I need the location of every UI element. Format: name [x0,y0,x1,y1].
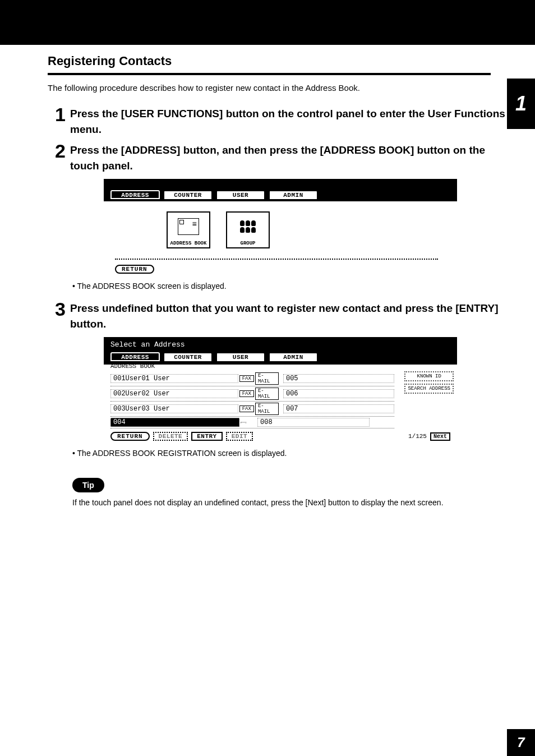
tab-admin[interactable]: ADMIN [269,190,318,199]
row-left: 003User03 User [110,404,238,413]
row-right: 005 [283,374,394,383]
tab-counter[interactable]: COUNTER [163,190,213,199]
section-title: Registering Contacts [48,54,507,68]
row-right: 008 [257,418,370,427]
page-counter: 1/125 [408,433,427,440]
panel2-side-actions: KNOWN ID SEARCH ADDRESS [404,371,454,394]
section-divider [48,73,491,75]
top-black-bar [0,0,535,45]
p2-tab-user[interactable]: USER [216,352,265,361]
group-button-label: GROUP [240,241,255,246]
return-button[interactable]: RETURN [115,265,154,274]
row-left: 004 [110,418,239,427]
address-list: 001User01 User FAX E-MAIL 005 002User02 … [104,371,401,428]
panel2-tab-bar: ADDRESS COUNTER USER ADMIN [104,352,457,361]
panel2-breadcrumb: ADDRESS BOOK [104,361,457,371]
step-3-number: 3 [48,299,70,319]
address-row-selected[interactable]: 004 008 [110,417,394,428]
tip-text: If the touch panel does not display an u… [72,498,507,507]
step-3: 3 Press undefined button that you want t… [48,301,507,331]
step-2-number: 2 [48,141,70,160]
row-email[interactable]: E-MAIL [255,388,279,400]
address-book-icon [168,213,209,241]
step-1-text: Press the [USER FUNCTIONS] button on the… [70,106,507,137]
step-3-text: Press undefined button that you want to … [70,301,507,331]
row-email[interactable]: E-MAIL [255,372,279,385]
row-right: 006 [283,389,394,398]
row-fax [241,422,246,423]
step-1: 1 Press the [USER FUNCTIONS] button on t… [48,106,507,137]
address-book-button[interactable]: ADDRESS BOOK [167,211,210,248]
tab-address[interactable]: ADDRESS [110,190,160,199]
step-2: 2 Press the [ADDRESS] button, and then p… [48,142,507,173]
p2-tab-address[interactable]: ADDRESS [110,352,160,361]
page-number: 7 [507,729,535,756]
panel1-tab-bar: ADDRESS COUNTER USER ADMIN [104,179,457,201]
content-area: Registering Contacts The following proce… [0,45,535,507]
address-book-button-label: ADDRESS BOOK [170,241,207,246]
address-row[interactable]: 002User02 User FAX E-MAIL 006 [110,386,394,402]
entry-button[interactable]: ENTRY [191,432,223,441]
p2-tab-admin[interactable]: ADMIN [269,352,318,361]
step-2-result-note: The ADDRESS BOOK screen is displayed. [72,282,507,291]
address-row[interactable]: 001User01 User FAX E-MAIL 005 [110,371,394,386]
row-left: 001User01 User [110,374,238,383]
intro-paragraph: The following procedure describes how to… [48,83,507,93]
return-button[interactable]: RETURN [110,432,150,441]
panel1-footer: RETURN [115,259,438,277]
touch-panel-1: ADDRESS COUNTER USER ADMIN ADDRESS BOOK … [104,179,457,277]
panel2-list-wrap: KNOWN ID SEARCH ADDRESS 001User01 User F… [104,371,457,428]
delete-button: DELETE [153,432,188,441]
row-left: 002User02 User [110,389,238,398]
group-icon [227,213,269,241]
search-address-button[interactable]: SEARCH ADDRESS [404,384,454,394]
p2-tab-counter[interactable]: COUNTER [163,352,213,361]
row-fax[interactable]: FAX [239,375,254,382]
panel1-body: ADDRESS BOOK GROUP [104,201,457,259]
row-fax[interactable]: FAX [239,390,254,397]
tab-user[interactable]: USER [216,190,265,199]
known-id-button[interactable]: KNOWN ID [404,371,454,381]
panel2-footer: RETURN DELETE ENTRY EDIT 1/125 Next [104,428,457,444]
tip-badge: Tip [72,478,104,492]
address-row[interactable]: 003User03 User FAX E-MAIL 007 [110,402,394,417]
row-email[interactable]: E-MAIL [255,403,279,415]
group-button[interactable]: GROUP [226,211,270,248]
step-3-result-note: The ADDRESS BOOK REGISTRATION screen is … [72,449,507,458]
step-2-text: Press the [ADDRESS] button, and then pre… [70,142,507,173]
step-1-number: 1 [48,105,70,124]
chapter-side-tab: 1 [507,79,535,129]
edit-button: EDIT [226,432,253,441]
next-page-button[interactable]: Next [430,432,450,441]
row-fax[interactable]: FAX [239,405,254,412]
touch-panel-2: Select an Address ADDRESS COUNTER USER A… [104,337,457,444]
row-right: 007 [283,404,394,413]
